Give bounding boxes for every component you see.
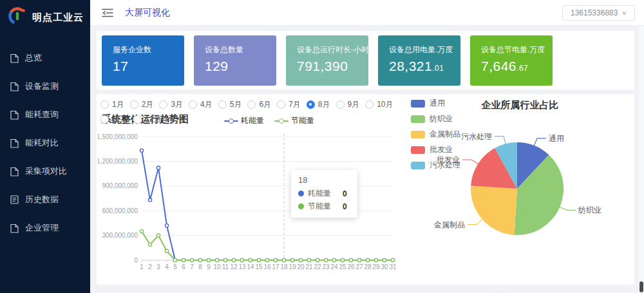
chart-tooltip: 18 耗能量0节能量0 (291, 170, 357, 218)
svg-text:31: 31 (389, 263, 397, 270)
month-radio-label: 11月 (112, 114, 128, 125)
pie-chart-section: 企业所属行业占比 通用纺织业金属制品批发业污水处理 通用纺织业金属制品批发业污水… (406, 94, 634, 285)
svg-text:0: 0 (134, 257, 138, 264)
svg-text:19: 19 (289, 263, 296, 270)
svg-text:污水处理: 污水处理 (461, 132, 492, 141)
tooltip-row-节能量: 节能量0 (298, 201, 347, 212)
svg-text:15: 15 (255, 263, 263, 270)
svg-text:2: 2 (148, 263, 152, 270)
sidebar-item-device-monitor[interactable]: 设备监测 (0, 72, 90, 100)
month-radio-12月[interactable]: 12月 (133, 113, 161, 126)
pie-legend-item-金属制品[interactable]: 金属制品 (411, 129, 460, 140)
sidebar-item-history-data[interactable]: 历史数据 (0, 185, 90, 214)
svg-text:1,200,000,000: 1,200,000,000 (98, 158, 138, 165)
month-radio-9月[interactable]: 9月 (336, 98, 360, 111)
sidebar-item-label: 能耗查询 (25, 109, 59, 120)
file-icon (10, 110, 19, 120)
sidebar-nav: 总览设备监测能耗查询能耗对比采集项对比历史数据企业管理 (0, 44, 90, 242)
stat-card-label: 设备总运行时长-小时 (297, 44, 368, 55)
month-radio-1月[interactable]: 1月 (100, 98, 124, 111)
svg-text:7: 7 (190, 263, 194, 270)
sidebar-item-energy-compare[interactable]: 能耗对比 (0, 129, 90, 157)
radio-circle-icon (189, 100, 197, 109)
sidebar-item-label: 采集项对比 (25, 165, 67, 177)
month-radio-6月[interactable]: 6月 (247, 98, 271, 111)
pie-legend-label: 污水处理 (430, 160, 460, 171)
series-dot-icon (298, 191, 304, 196)
stat-card-4: 设备总节电量.万度7,646.67 (470, 35, 553, 86)
pie-legend-label: 通用 (430, 98, 445, 109)
pie-legend-item-污水处理[interactable]: 污水处理 (411, 160, 460, 171)
sidebar-item-energy-query[interactable]: 能耗查询 (0, 100, 90, 129)
svg-text:25: 25 (339, 263, 346, 270)
pie-legend-label: 批发业 (430, 144, 453, 155)
stat-card-1: 设备总数量129 (194, 35, 276, 86)
svg-text:21: 21 (305, 263, 313, 270)
svg-text:12: 12 (230, 263, 238, 270)
tooltip-series-name: 耗能量 (308, 188, 331, 199)
month-radio-7月[interactable]: 7月 (277, 98, 301, 111)
legend-swatch-icon (411, 131, 425, 138)
sidebar-item-enterprise-manage[interactable]: 企业管理 (0, 214, 90, 242)
sidebar-item-label: 设备监测 (25, 80, 59, 92)
svg-text:27: 27 (355, 263, 363, 270)
sidebar-item-label: 历史数据 (25, 194, 59, 205)
month-radio-10月[interactable]: 10月 (365, 98, 393, 111)
month-radio-label: 7月 (289, 99, 301, 110)
sidebar-item-collection-compare[interactable]: 采集项对比 (0, 157, 90, 185)
user-phone: 13615336883 (571, 8, 618, 17)
scrollbar-thumb[interactable] (639, 281, 643, 292)
stat-card-3: 设备总用电量.万度28,321.01 (378, 35, 460, 86)
month-radio-2月[interactable]: 2月 (130, 98, 154, 111)
charts-panel: 1月2月3月4月5月6月7月8月9月10月11月12月 系统整体运行趋势图 耗能… (97, 94, 634, 285)
user-dropdown[interactable]: 13615336883 ∨ (562, 5, 635, 21)
month-radio-label: 6月 (259, 99, 271, 110)
svg-text:纺织业: 纺织业 (578, 205, 601, 214)
sidebar: 明点工业云 总览设备监测能耗查询能耗对比采集项对比历史数据企业管理 (0, 0, 90, 293)
app-root: 明点工业云 总览设备监测能耗查询能耗对比采集项对比历史数据企业管理 大屏可视化 … (0, 0, 644, 293)
month-radio-4月[interactable]: 4月 (189, 98, 213, 111)
breadcrumb[interactable]: 大屏可视化 (125, 7, 170, 19)
tooltip-series-value: 0 (331, 202, 347, 211)
month-radio-label: 9月 (348, 99, 360, 110)
svg-text:29: 29 (372, 263, 380, 270)
month-radio-label: 4月 (200, 99, 213, 110)
page-scrollbar[interactable] (639, 26, 644, 293)
month-radio-label: 10月 (377, 99, 393, 110)
radio-circle-icon (100, 100, 109, 109)
svg-text:金属制品: 金属制品 (433, 220, 465, 229)
stat-card-value: 17 (113, 59, 184, 74)
month-radio-8月[interactable]: 8月 (307, 98, 330, 111)
legend-swatch-icon (411, 162, 425, 169)
main-content: 服务企业数17设备总数量129设备总运行时长-小时791,390设备总用电量.万… (90, 26, 644, 293)
tooltip-series-value: 0 (331, 189, 347, 198)
pie-legend-item-批发业[interactable]: 批发业 (411, 144, 460, 155)
svg-text:6: 6 (182, 263, 185, 270)
menu-fold-icon[interactable] (102, 8, 113, 17)
month-radio-11月[interactable]: 11月 (100, 113, 128, 126)
top-header: 大屏可视化 13615336883 ∨ (90, 0, 644, 26)
month-radio-group: 1月2月3月4月5月6月7月8月9月10月11月12月 (100, 98, 422, 126)
radio-circle-icon (130, 100, 138, 109)
month-radio-5月[interactable]: 5月 (218, 98, 242, 111)
month-radio-3月[interactable]: 3月 (159, 98, 183, 111)
tooltip-series-name: 节能量 (308, 201, 331, 212)
month-radio-label: 12月 (145, 114, 161, 125)
stat-card-value: 28,321.01 (389, 59, 460, 74)
sidebar-item-label: 总览 (25, 52, 42, 64)
stat-card-label: 设备总节电量.万度 (481, 44, 553, 55)
stat-card-value: 129 (205, 59, 276, 74)
chevron-down-icon: ∨ (621, 10, 627, 16)
stat-card-value: 7,646.67 (481, 59, 553, 74)
stat-card-2: 设备总运行时长-小时791,390 (286, 35, 368, 86)
radio-circle-icon (307, 100, 315, 109)
sidebar-item-label: 能耗对比 (25, 137, 59, 149)
svg-text:8: 8 (198, 263, 202, 270)
sidebar-item-overview[interactable]: 总览 (0, 44, 90, 72)
stat-card-0: 服务企业数17 (102, 35, 184, 86)
svg-text:1: 1 (140, 263, 144, 270)
svg-text:4: 4 (165, 263, 169, 270)
svg-text:通用: 通用 (549, 134, 564, 143)
app-title: 明点工业云 (32, 12, 84, 24)
radio-circle-icon (247, 100, 256, 109)
